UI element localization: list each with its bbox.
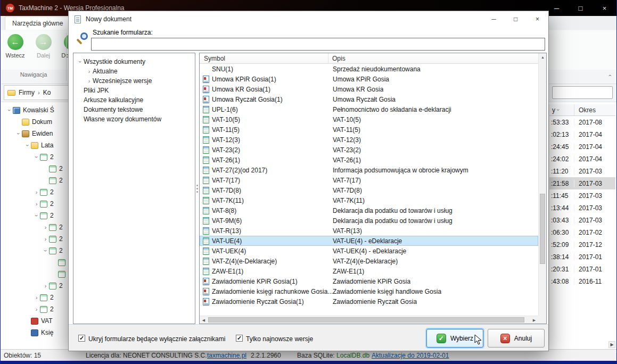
collapse-ribbon-icon[interactable]: › [606, 75, 613, 77]
close-button[interactable]: × [593, 0, 616, 16]
dialog-tree-item[interactable]: Dokumenty tekstowe [73, 105, 195, 114]
dialog-tree-item[interactable]: Arkusze kalkulacyjne [73, 95, 195, 105]
dialog-minimize-button[interactable]: ─ [483, 11, 505, 27]
form-list-row[interactable]: VAT-10(5)VAT-10(5) [200, 114, 538, 125]
form-list-row[interactable]: VAT-Z(4)(e-Deklaracje)VAT-Z(4)(e-Deklara… [200, 256, 538, 266]
document-table-row[interactable]: :13:442017-03 [549, 202, 615, 214]
expand-icon[interactable]: › [42, 224, 49, 230]
document-table-row[interactable]: :11:452017-03 [549, 189, 615, 202]
document-table-row[interactable]: :24:452017-04 [549, 140, 615, 153]
form-list-row[interactable]: Zawiadomienie księgi rachunkowe Gosia...… [200, 286, 538, 296]
form-icon [203, 156, 209, 164]
hide-attachments-label[interactable]: Ukryj formularze będące wyłącznie załącz… [88, 335, 225, 343]
form-list-row[interactable]: VAT-R(13)VAT-R(13) [200, 226, 538, 236]
document-table-row[interactable]: :52:092017-12 [549, 238, 615, 251]
breadcrumb-root[interactable]: Firmy [19, 89, 35, 96]
dialog-close-button[interactable]: × [526, 11, 548, 27]
form-symbol: Zawiadomienie Ryczałt Gosia(1) [212, 298, 333, 305]
form-list-row[interactable]: VAT-7(17)VAT-7(17) [200, 175, 538, 185]
expand-icon[interactable]: › [33, 306, 40, 312]
collapse-icon[interactable]: › [34, 212, 40, 219]
form-list-row[interactable]: VAT-12(3)VAT-12(3) [200, 135, 538, 145]
document-table-row[interactable]: :20:312017-01 [549, 263, 615, 275]
form-list-row[interactable]: UPL-1(6)Pełnomocnictwo do składania e-de… [200, 104, 538, 114]
horizontal-scroll-thumb[interactable] [208, 317, 524, 322]
form-list-row[interactable]: VAT-27(2)(od 2017)Informacja podsumowują… [200, 165, 538, 175]
vertical-scrollbar[interactable]: ▲ ▼ [538, 53, 546, 324]
created-time: :24:02 [549, 155, 574, 163]
collapse-icon[interactable]: › [15, 130, 22, 137]
scroll-right-arrow[interactable]: ▶ [608, 341, 615, 348]
document-table-row[interactable]: :53:332017-08 [549, 116, 615, 128]
form-list-row[interactable]: VAT-26(1)VAT-26(1) [200, 155, 538, 165]
expand-icon[interactable]: › [86, 68, 93, 75]
cancel-button[interactable]: × Anuluj [488, 329, 545, 348]
form-list-row[interactable]: VAT-7K(11)VAT-7K(11) [200, 195, 538, 205]
expand-icon[interactable]: › [42, 236, 49, 242]
status-website-link[interactable]: taxmachine.pl [207, 352, 246, 359]
document-table-row[interactable]: :03:432017-03 [549, 214, 615, 226]
hide-attachments-checkbox[interactable]: ✓ [78, 335, 85, 342]
doc-icon [203, 288, 209, 295]
newest-versions-label[interactable]: Tylko najnowsze wersje [246, 335, 313, 343]
sheet-icon [40, 189, 47, 196]
column-opis[interactable]: Opis [328, 53, 345, 63]
quick-search-input[interactable] [552, 86, 613, 99]
collapse-icon[interactable]: › [34, 154, 40, 161]
document-table-row[interactable]: :24:022017-04 [549, 153, 615, 165]
document-table-row[interactable]: :43:082016-11 [549, 275, 615, 287]
splitter-handle[interactable] [196, 185, 198, 186]
expand-icon[interactable]: › [33, 294, 40, 301]
dialog-tree-item[interactable]: Własne wzory dokumentów [73, 114, 195, 124]
form-list-row[interactable]: VAT-8(8)Deklaracja dla podatku od towaró… [200, 205, 538, 216]
expand-icon[interactable]: › [86, 78, 93, 84]
newest-versions-checkbox[interactable]: ✓ [236, 335, 243, 342]
form-list-row[interactable]: VAT-23(2)VAT-23(2) [200, 145, 538, 155]
form-list-row[interactable]: Umowa KR Gosia(1)Umowa KR Gosia [200, 84, 538, 94]
scroll-up-arrow[interactable]: ▲ [539, 53, 547, 61]
form-list-row[interactable]: Zawiadomienie KPiR Gosia(1)Zawiadomienie… [200, 276, 538, 286]
form-list-row[interactable]: VAT-UEK(4)VAT-UEK(4) - eDeklaracje [200, 246, 538, 256]
collapse-icon[interactable]: › [77, 59, 84, 65]
column-header-created[interactable]: y › [549, 104, 574, 115]
document-table-row[interactable]: :38:142017-01 [549, 251, 615, 263]
form-search-input[interactable] [91, 38, 545, 51]
horizontal-scrollbar[interactable]: ◀ ▶ [200, 316, 538, 324]
form-list-row[interactable]: ZAW-E1(1)ZAW-E1(1) [200, 266, 538, 276]
status-updates-link[interactable]: Aktualizacje do 2019-02-01 [372, 352, 449, 359]
expand-icon[interactable]: › [42, 283, 49, 289]
dialog-maximize-button[interactable]: □ [505, 11, 526, 27]
maximize-button[interactable]: □ [569, 0, 593, 16]
form-list-row[interactable]: SNU(1)Sprzedaż nieudokumentowana [200, 64, 538, 74]
tab-narzedzia-glowne[interactable]: Narzędzia główne [5, 16, 70, 30]
form-list-row[interactable]: Umowa KPiR Gosia(1)Umowa KPiR Gosia [200, 74, 538, 84]
scroll-right-arrow[interactable]: ▶ [530, 316, 538, 324]
collapse-icon[interactable]: › [6, 107, 13, 114]
dialog-tree-item[interactable]: ›Wszystkie dokumenty [73, 57, 195, 67]
form-list-row[interactable]: Zawiadomienie Ryczałt Gosia(1)Zawiadomie… [200, 296, 538, 307]
collapse-icon[interactable]: › [43, 247, 49, 254]
form-list-row[interactable]: VAT-11(5)VAT-11(5) [200, 125, 538, 135]
form-list-row[interactable]: VAT-9M(6)Deklaracja dla podatku od towar… [200, 216, 538, 226]
dialog-tree-item[interactable]: ›Wcześniejsze wersje [73, 76, 195, 86]
column-header-okres[interactable]: Okres [574, 104, 615, 115]
dialog-tree-item[interactable]: ›Aktualne [73, 67, 195, 76]
form-list-row[interactable]: VAT-UE(4)VAT-UE(4) - eDeklaracje [200, 236, 538, 246]
forward-button[interactable]: → Dalej [29, 30, 57, 70]
expand-icon[interactable]: › [33, 201, 40, 207]
breadcrumb-current[interactable]: Ko [43, 89, 51, 96]
form-list-row[interactable]: Umowa Ryczałt Gosia(1)Umowa Ryczałt Gosi… [200, 94, 538, 104]
dialog-tree-item[interactable]: Pliki JPK [73, 86, 195, 95]
document-table-row[interactable]: :06:302017-02 [549, 226, 615, 238]
vertical-scroll-thumb[interactable] [540, 194, 545, 264]
back-button[interactable]: ← Wstecz [1, 30, 29, 70]
collapse-icon[interactable]: › [24, 142, 31, 149]
scroll-left-arrow[interactable]: ◀ [200, 316, 208, 324]
form-icon [203, 106, 209, 113]
document-table-row[interactable]: :11:202017-03 [549, 165, 615, 177]
document-table-row[interactable]: :21:582017-03 [549, 177, 615, 189]
expand-icon[interactable]: › [33, 189, 40, 195]
column-symbol[interactable]: Symbol [200, 53, 328, 63]
document-table-row[interactable]: :02:132017-04 [549, 128, 615, 140]
form-list-row[interactable]: VAT-7D(8)VAT-7D(8) [200, 185, 538, 195]
